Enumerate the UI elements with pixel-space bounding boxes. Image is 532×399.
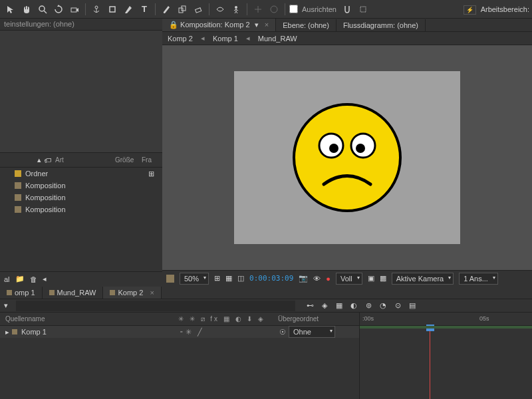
project-panel: ▴ 🏷 Art Größe Fra Ordner⊞ Komposition Ko…	[0, 153, 162, 286]
channel-icon[interactable]: ●	[326, 275, 331, 283]
tab-composition[interactable]: 🔒 Komposition: Komp 2 ▾ ×	[162, 19, 276, 31]
snap-expand-icon[interactable]	[356, 2, 370, 17]
dropdown-icon[interactable]: ▾	[0, 301, 12, 310]
breadcrumb-item[interactable]: Mund_RAW	[258, 35, 297, 43]
canvas[interactable]	[234, 71, 460, 244]
flowchart-icon[interactable]: ⊞	[148, 170, 154, 178]
transparency-icon[interactable]: ▩	[380, 274, 386, 283]
rect-tool-icon[interactable]	[105, 2, 120, 17]
graph-icon[interactable]: ◔	[378, 301, 388, 311]
zoom-tool-icon[interactable]	[35, 2, 50, 17]
mask-icon[interactable]: ◫	[237, 274, 244, 283]
close-icon[interactable]: ×	[265, 21, 269, 29]
layer-row[interactable]: ▸ Komp 1 ⁃✳ ╱ ☉ Ohne	[0, 326, 359, 338]
brainstorm-icon[interactable]: ⊚	[363, 301, 374, 311]
time-ruler[interactable]: :00s 05s	[360, 313, 532, 326]
comp-swatch-icon[interactable]	[166, 275, 174, 283]
parent-dropdown[interactable]: Ohne	[289, 326, 335, 338]
twirl-icon[interactable]: ▴	[37, 156, 41, 164]
project-item[interactable]: Ordner⊞	[0, 168, 162, 180]
axis-icon[interactable]	[251, 2, 265, 17]
snap-badge-icon[interactable]: ⚡	[464, 5, 476, 15]
quality-dropdown[interactable]: Voll	[336, 273, 362, 285]
timeline-tab[interactable]: Mund_RAW	[43, 287, 104, 299]
align-checkbox[interactable]	[289, 5, 298, 13]
roto-tool-icon[interactable]	[213, 2, 227, 17]
work-area-bar[interactable]	[360, 326, 532, 329]
folder-new-icon[interactable]: 📁	[15, 275, 25, 283]
show-snapshot-icon[interactable]: 👁	[313, 275, 321, 283]
svg-point-0	[39, 6, 45, 11]
camera-tool-icon[interactable]	[67, 2, 82, 17]
autokey-icon[interactable]: ⊙	[392, 301, 403, 311]
lock-icon[interactable]: 🔒	[169, 21, 178, 29]
parent-pickwhip-icon[interactable]: ☉	[279, 328, 286, 336]
hand-tool-icon[interactable]	[19, 2, 34, 17]
snapshot-icon[interactable]: 📷	[299, 274, 308, 283]
tag-icon[interactable]: 🏷	[44, 156, 51, 164]
close-icon[interactable]: ×	[150, 289, 154, 297]
col-source[interactable]: Quellenname	[5, 315, 178, 323]
timecode[interactable]: 0:00:03:09	[249, 274, 293, 283]
bpc-label[interactable]: al	[4, 275, 10, 283]
camera-dropdown[interactable]: Aktive Kamera	[392, 273, 454, 285]
twirl-icon[interactable]: ▸	[5, 328, 9, 336]
rotate-tool-icon[interactable]	[51, 2, 66, 17]
breadcrumb-item[interactable]: Komp 1	[213, 35, 238, 43]
layer-swatch-icon	[12, 329, 17, 334]
puppet-tool-icon[interactable]	[229, 2, 243, 17]
timeline-tab[interactable]: Komp 2×	[103, 287, 161, 299]
region-icon[interactable]: ▣	[368, 274, 374, 283]
safe-icon[interactable]: ▦	[225, 274, 232, 283]
clone-tool-icon[interactable]	[175, 2, 190, 17]
parent-value: Ohne	[293, 328, 311, 336]
svg-point-23	[356, 144, 365, 153]
breadcrumb-item[interactable]: Komp 2	[168, 35, 193, 43]
dropdown-icon[interactable]: ▾	[255, 21, 259, 29]
timeline-header: Quellenname ✳ ✳ ⧄ fx ▦ ◐ ⬇ ◈ Übergeordne…	[0, 313, 359, 326]
project-footer: al 📁 🗑 ◂	[0, 271, 162, 286]
scroll-left-icon[interactable]: ◂	[43, 275, 47, 283]
comp-flowchart-icon[interactable]: ▤	[407, 301, 418, 311]
col-fr[interactable]: Fra	[142, 156, 152, 164]
zoom-dropdown[interactable]: 50%	[180, 273, 209, 285]
res-icon[interactable]: ⊞	[214, 274, 220, 283]
tab-flowchart[interactable]: Flussdiagramm: (ohne)	[336, 19, 426, 31]
divider	[247, 3, 247, 15]
col-size[interactable]: Größe	[115, 156, 142, 164]
svg-point-9	[235, 6, 237, 9]
project-item[interactable]: Komposition	[0, 203, 162, 215]
project-item[interactable]: Komposition	[0, 180, 162, 192]
ruler-tick: 05s	[479, 315, 489, 322]
brush-tool-icon[interactable]	[159, 2, 174, 17]
layer-switches[interactable]: ⁃✳ ╱	[180, 328, 279, 336]
timeline-track-area[interactable]: :00s 05s	[359, 313, 532, 399]
svg-point-21	[329, 144, 338, 153]
motion-blur-icon[interactable]: ◐	[348, 301, 359, 311]
eraser-tool-icon[interactable]	[191, 2, 205, 17]
trash-icon[interactable]: 🗑	[30, 275, 37, 283]
viewport[interactable]	[162, 45, 532, 270]
shy-icon[interactable]: ⊷	[305, 301, 315, 311]
col-parent[interactable]: Übergeordnet	[278, 315, 319, 323]
views-dropdown[interactable]: 1 Ans...	[459, 273, 498, 285]
tab-label: Komposition: Komp 2	[180, 21, 250, 29]
selection-tool-icon[interactable]	[3, 2, 18, 17]
folder-icon	[15, 170, 21, 177]
workspace-text[interactable]: Arbeitsbereich:	[481, 5, 529, 13]
draft3d-icon[interactable]: ◈	[319, 301, 330, 311]
text-tool-icon[interactable]: T	[137, 2, 152, 17]
timeline-search[interactable]	[16, 301, 295, 311]
tab-layer[interactable]: Ebene: (ohne)	[276, 19, 336, 31]
col-art[interactable]: Art	[55, 156, 115, 164]
pen-tool-icon[interactable]	[121, 2, 136, 17]
svg-line-14	[236, 11, 237, 13]
switches-icons: ✳ ✳ ⧄ fx ▦ ◐ ⬇ ◈	[178, 315, 278, 323]
frame-blend-icon[interactable]: ▦	[334, 301, 344, 311]
anchor-tool-icon[interactable]	[89, 2, 104, 17]
project-item[interactable]: Komposition	[0, 192, 162, 203]
timeline-tab[interactable]: omp 1	[0, 287, 43, 299]
world-axis-icon[interactable]	[267, 2, 281, 17]
snap-icon[interactable]	[340, 2, 354, 17]
workspace-label: ⚡ Arbeitsbereich:	[464, 5, 529, 13]
